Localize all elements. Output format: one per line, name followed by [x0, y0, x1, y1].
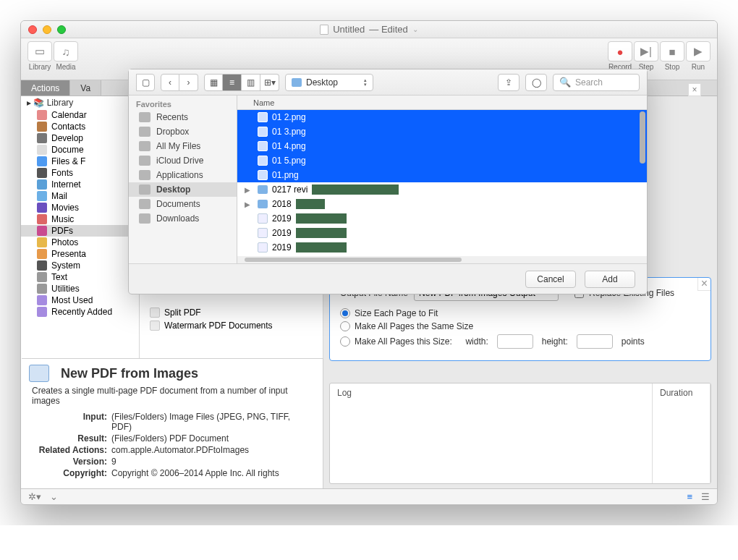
run-button[interactable]: ▶Run — [685, 41, 711, 71]
library-item[interactable]: Recently Added — [21, 306, 139, 318]
folder-icon — [139, 112, 150, 122]
tags-button[interactable]: ◯ — [525, 74, 547, 91]
library-item[interactable]: Movies — [21, 202, 139, 213]
add-button[interactable]: Add — [585, 271, 635, 288]
info-value: (Files/Folders) Image Files (JPEG, PNG, … — [111, 412, 313, 432]
folder-icon — [258, 185, 268, 194]
action-large-icon — [29, 365, 49, 382]
category-icon — [37, 203, 47, 213]
category-icon — [37, 272, 47, 282]
sidebar-item[interactable]: All My Files — [129, 139, 237, 153]
library-item[interactable]: Text — [21, 271, 139, 283]
file-row[interactable]: 01 2.png — [237, 110, 647, 124]
sidebar-item[interactable]: Documents — [129, 197, 237, 211]
library-item[interactable]: Files & F — [21, 156, 139, 167]
disclosure-triangle-icon[interactable]: ▶ — [245, 200, 250, 208]
library-item[interactable]: Mail — [21, 190, 139, 202]
folder-row[interactable]: ▶0217 revi — [237, 182, 647, 197]
redacted-text — [296, 213, 347, 224]
radio-same-size[interactable]: Make All Pages the Same Size — [340, 321, 700, 331]
location-popup[interactable]: Desktop ▴▾ — [285, 74, 373, 91]
sidebar-toggle[interactable]: ▢ — [136, 74, 155, 91]
width-input[interactable] — [497, 334, 533, 349]
window-close-button[interactable] — [28, 25, 37, 34]
file-row[interactable]: 2019 — [237, 240, 647, 255]
file-row[interactable]: 01 5.png — [237, 153, 647, 168]
stop-button[interactable]: ■Stop — [659, 41, 685, 71]
library-item[interactable]: Presenta — [21, 248, 139, 260]
list-view[interactable]: ≡ — [223, 74, 242, 91]
folder-icon — [139, 127, 150, 137]
workflow-icon — [150, 321, 160, 331]
height-input[interactable] — [577, 334, 613, 349]
document-file-icon — [258, 228, 268, 238]
file-row[interactable]: 2019 — [237, 211, 647, 226]
category-icon — [37, 122, 47, 132]
duration-column-header: Duration — [653, 383, 711, 483]
library-item[interactable]: Contacts — [21, 121, 139, 132]
disclosure-triangle-icon[interactable]: ▶ — [245, 186, 250, 194]
sidebar-item[interactable]: Recents — [129, 110, 237, 124]
action-item[interactable]: Split PDF — [140, 306, 323, 319]
cancel-button[interactable]: Cancel — [525, 271, 576, 288]
vertical-scrollbar[interactable] — [640, 111, 645, 164]
gear-icon[interactable]: ✲▾ — [28, 491, 41, 502]
document-icon — [320, 25, 328, 35]
folder-icon — [258, 200, 268, 208]
library-item[interactable]: Calendar — [21, 109, 139, 121]
horizontal-scrollbar[interactable] — [245, 258, 462, 262]
log-pane: Log Duration — [329, 383, 711, 484]
media-toolbar-button[interactable]: ♫Media — [53, 41, 79, 71]
category-icon — [37, 249, 47, 259]
record-button[interactable]: ●Record — [607, 41, 633, 71]
library-item[interactable]: Music — [21, 213, 139, 225]
file-row[interactable]: 2019 — [237, 226, 647, 240]
step-button[interactable]: ▶|Step — [633, 41, 659, 71]
log-view-icon[interactable]: ≡ — [687, 491, 692, 502]
sidebar-item[interactable]: Applications — [129, 168, 237, 182]
action-item[interactable]: Watermark PDF Documents — [140, 319, 323, 332]
library-item[interactable]: Utilities — [21, 283, 139, 294]
results-view-icon[interactable]: ☰ — [701, 491, 710, 502]
search-input[interactable]: 🔍Search — [553, 74, 640, 91]
column-header-name[interactable]: Name — [237, 96, 647, 110]
sidebar-item[interactable]: Desktop — [129, 182, 237, 197]
sidebar-item[interactable]: iCloud Drive — [129, 153, 237, 168]
window-minimize-button[interactable] — [43, 25, 51, 34]
radio-custom-size[interactable]: Make All Pages this Size: width: height:… — [340, 334, 700, 349]
library-item[interactable]: Fonts — [21, 167, 139, 179]
library-item[interactable]: Photos — [21, 237, 139, 248]
nav-back-forward[interactable]: ‹› — [161, 74, 198, 91]
tab-actions[interactable]: Actions — [21, 80, 70, 96]
column-view[interactable]: ▥ — [242, 74, 260, 91]
library-item[interactable]: Develop — [21, 132, 139, 144]
sidebar-item[interactable]: Dropbox — [129, 124, 237, 139]
folder-row[interactable]: ▶2018 — [237, 197, 647, 211]
file-row[interactable]: 01 3.png — [237, 124, 647, 139]
library-root[interactable]: ▸ 📚 Library — [21, 96, 139, 109]
window-zoom-button[interactable] — [57, 25, 66, 34]
share-button[interactable]: ⇪ — [498, 74, 519, 91]
library-toolbar-button[interactable]: ▭Library — [27, 41, 53, 71]
tab-variables[interactable]: Va — [70, 80, 101, 96]
radio-size-to-fit[interactable]: Size Each Page to Fit — [340, 308, 700, 318]
category-icon — [37, 260, 47, 271]
library-item[interactable]: Internet — [21, 179, 139, 190]
icon-view[interactable]: ▦ — [204, 74, 223, 91]
category-icon — [37, 214, 47, 224]
expand-icon[interactable]: ⌄ — [50, 491, 58, 502]
library-item[interactable]: PDFs — [21, 225, 139, 237]
gallery-view[interactable]: ⊞▾ — [260, 74, 279, 91]
image-file-icon — [258, 156, 268, 166]
library-item[interactable]: Docume — [21, 144, 139, 156]
search-icon: 🔍 — [559, 77, 571, 88]
library-item[interactable]: Most Used — [21, 294, 139, 306]
sidebar-item[interactable]: Downloads — [129, 211, 237, 226]
file-row[interactable]: 01 4.png — [237, 139, 647, 153]
library-item[interactable]: System — [21, 260, 139, 271]
pane-close-button[interactable]: × — [688, 83, 701, 96]
folder-icon — [292, 78, 302, 87]
file-row[interactable]: 01.png — [237, 168, 647, 182]
card-close-button[interactable]: × — [697, 278, 711, 291]
chevron-down-icon: ⌄ — [412, 25, 418, 33]
